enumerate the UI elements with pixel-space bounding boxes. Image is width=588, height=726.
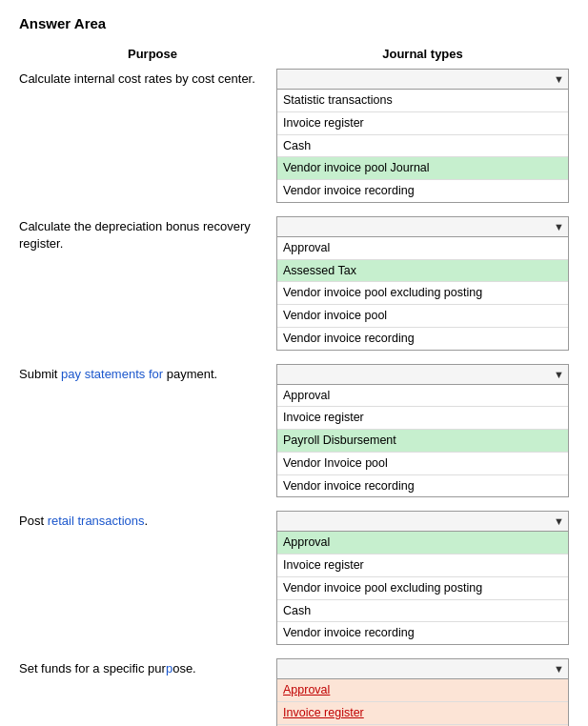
list-item[interactable]: Vendor invoice recording (277, 474, 568, 497)
list-item[interactable]: Vendor invoice pool excluding posting (277, 281, 568, 304)
table-row: Submit pay statements for payment.▼Appro… (19, 364, 569, 498)
dropdown-header[interactable]: ▼ (276, 216, 569, 237)
dropdown-header[interactable]: ▼ (276, 511, 569, 532)
journal-cell: ▼ApprovalInvoice registerVendor invoice … (276, 511, 569, 645)
table-row: Calculate internal cost rates by cost ce… (19, 69, 569, 203)
dropdown-list: Statistic transactionsInvoice registerCa… (276, 90, 569, 203)
dropdown-header[interactable]: ▼ (276, 658, 569, 679)
journal-cell: ▼ApprovalInvoice registerPayroll Disburs… (276, 364, 569, 498)
table-row: Post retail transactions.▼ApprovalInvoic… (19, 511, 569, 645)
table-header: Purpose Journal types (19, 47, 569, 61)
journal-header: Journal types (276, 47, 569, 61)
page-title: Answer Area (19, 15, 569, 31)
list-item[interactable]: Payroll Disbursement (277, 429, 568, 452)
purpose-cell: Post retail transactions. (19, 511, 276, 530)
dropdown-list: ApprovalInvoice registerPayroll Disburse… (276, 385, 569, 498)
journal-cell: ▼Statistic transactionsInvoice registerC… (276, 69, 569, 203)
dropdown-list: ApprovalAssessed TaxVendor invoice pool … (276, 237, 569, 351)
chevron-down-icon: ▼ (554, 73, 564, 85)
list-item[interactable]: Approval (277, 532, 568, 554)
chevron-down-icon: ▼ (554, 515, 564, 527)
list-item[interactable]: Approval (277, 237, 568, 259)
journal-cell: ▼ApprovalInvoice registerVendor invoice … (276, 658, 569, 726)
list-item[interactable]: Vendor invoice recording (277, 179, 568, 202)
purpose-header: Purpose (19, 47, 276, 61)
rows-container: Calculate internal cost rates by cost ce… (19, 69, 569, 726)
list-item[interactable]: Invoice register (277, 406, 568, 429)
list-item[interactable]: Vendor invoice pool Journal (277, 156, 568, 179)
chevron-down-icon: ▼ (554, 369, 564, 380)
list-item[interactable]: Approval (277, 679, 568, 701)
purpose-cell: Calculate internal cost rates by cost ce… (19, 69, 276, 88)
table-row: Set funds for a specific purpose.▼Approv… (19, 658, 569, 726)
list-item[interactable]: Cash (277, 599, 568, 622)
list-item[interactable]: Vendor invoice recording (277, 621, 568, 644)
list-item[interactable]: Invoice register (277, 554, 568, 576)
list-item[interactable]: Approval (277, 385, 568, 407)
dropdown-header[interactable]: ▼ (276, 364, 569, 385)
journal-cell: ▼ApprovalAssessed TaxVendor invoice pool… (276, 216, 569, 351)
list-item[interactable]: Vendor invoice recording (277, 327, 568, 350)
chevron-down-icon: ▼ (554, 221, 564, 232)
purpose-cell: Calculate the depreciation bonus recover… (19, 216, 276, 252)
list-item[interactable]: Vendor Invoice pool (277, 452, 568, 474)
dropdown-list: ApprovalInvoice registerVendor invoice p… (276, 679, 569, 726)
list-item[interactable]: Statistic transactions (277, 90, 568, 111)
list-item[interactable]: Vendor invoice pool (277, 304, 568, 327)
table-row: Calculate the depreciation bonus recover… (19, 216, 569, 351)
purpose-cell: Submit pay statements for payment. (19, 364, 276, 383)
answer-table: Purpose Journal types Calculate internal… (19, 47, 569, 726)
purpose-cell: Set funds for a specific purpose. (19, 658, 276, 677)
list-item[interactable]: Cash (277, 134, 568, 157)
list-item[interactable]: Invoice register (277, 701, 568, 724)
list-item[interactable]: Assessed Tax (277, 259, 568, 282)
chevron-down-icon: ▼ (554, 663, 564, 675)
dropdown-list: ApprovalInvoice registerVendor invoice p… (276, 532, 569, 645)
list-item[interactable]: Invoice register (277, 111, 568, 134)
list-item[interactable]: Vendor invoice pool excluding posting (277, 576, 568, 599)
dropdown-header[interactable]: ▼ (276, 69, 569, 90)
